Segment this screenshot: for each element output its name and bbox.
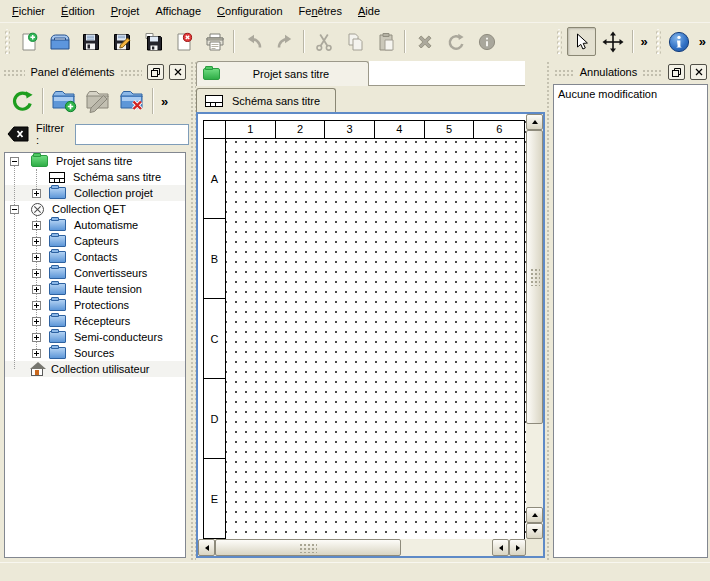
- tree-item[interactable]: Projet sans titre: [5, 153, 185, 169]
- menu-item[interactable]: Aide: [350, 2, 388, 20]
- diagram-sheet-frame: 123456 ABCDE: [203, 120, 525, 539]
- delete-button[interactable]: [411, 28, 438, 55]
- tree-expander-icon[interactable]: [32, 189, 41, 198]
- menu-item[interactable]: Projet: [103, 2, 148, 20]
- select-tool-button[interactable]: [567, 27, 596, 56]
- undo-button[interactable]: [240, 28, 267, 55]
- menu-item[interactable]: Fichier: [4, 2, 53, 20]
- scroll-up-button[interactable]: [526, 114, 543, 130]
- paste-button[interactable]: [372, 28, 399, 55]
- tree-expander-icon[interactable]: [10, 157, 19, 166]
- element-info-button[interactable]: [473, 28, 500, 55]
- print-button[interactable]: [201, 28, 228, 55]
- tree-expander-icon[interactable]: [32, 317, 41, 326]
- tree-expander-icon[interactable]: [32, 349, 41, 358]
- toolbar-drag-handle[interactable]: [655, 29, 661, 54]
- scroll-left-button[interactable]: [492, 539, 509, 556]
- toolbar-overflow-button[interactable]: »: [695, 34, 710, 49]
- left-splitter-handle[interactable]: [189, 60, 196, 562]
- tree-expander-icon[interactable]: [32, 173, 41, 182]
- tree-expander-icon[interactable]: [32, 253, 41, 262]
- vertical-scrollbar-thumb[interactable]: [526, 130, 543, 424]
- close-document-button[interactable]: [170, 28, 197, 55]
- redo-button[interactable]: [271, 28, 298, 55]
- tree-expander-icon[interactable]: [10, 365, 19, 374]
- save-all-button[interactable]: [139, 28, 166, 55]
- dock-float-button[interactable]: [147, 64, 164, 80]
- tree-item-icon: [49, 187, 66, 199]
- tree-item[interactable]: Semi-conducteurs: [5, 329, 185, 345]
- column-header: 5: [425, 121, 475, 138]
- tree-expander-icon[interactable]: [32, 221, 41, 230]
- tree-item[interactable]: Sources: [5, 345, 185, 361]
- menu-item[interactable]: Configuration: [209, 2, 290, 20]
- scroll-down-button[interactable]: [526, 523, 543, 539]
- clear-filter-button[interactable]: [7, 126, 29, 142]
- scroll-left-button[interactable]: [198, 539, 215, 556]
- tree-item[interactable]: Haute tension: [5, 281, 185, 297]
- schema-tab[interactable]: Schéma sans titre: [196, 88, 336, 112]
- reload-collections-button[interactable]: [7, 85, 37, 117]
- scroll-up-button[interactable]: [526, 507, 543, 523]
- panel-overflow-button[interactable]: »: [157, 94, 172, 109]
- tree-expander-icon[interactable]: [32, 333, 41, 342]
- tree-item[interactable]: Contacts: [5, 249, 185, 265]
- tree-item[interactable]: Automatisme: [5, 217, 185, 233]
- save-as-button[interactable]: [108, 28, 135, 55]
- diagram-canvas[interactable]: 123456 ABCDE: [198, 114, 526, 539]
- vertical-scrollbar[interactable]: [526, 114, 543, 539]
- new-document-button[interactable]: [15, 28, 42, 55]
- about-info-button[interactable]: [666, 28, 693, 55]
- undo-dock-titlebar[interactable]: Annulations: [554, 62, 707, 82]
- menu-item[interactable]: Affichage: [147, 2, 209, 20]
- vertical-scrollbar-track[interactable]: [526, 424, 543, 507]
- arrow-right-icon: [516, 545, 520, 551]
- menu-item[interactable]: Édition: [53, 2, 103, 20]
- tree-item[interactable]: Schéma sans titre: [5, 169, 185, 185]
- toolbar-drag-handle[interactable]: [556, 29, 562, 54]
- tree-item[interactable]: Protections: [5, 297, 185, 313]
- status-bar: [0, 562, 710, 581]
- delete-category-button[interactable]: [117, 85, 147, 117]
- new-category-button[interactable]: [49, 85, 79, 117]
- open-project-button[interactable]: [46, 28, 73, 55]
- tree-rows: Projet sans titre Schéma sans titre Coll…: [5, 153, 185, 377]
- tree-item[interactable]: Convertisseurs: [5, 265, 185, 281]
- tree-expander-icon[interactable]: [32, 269, 41, 278]
- undo-history-list[interactable]: Aucune modification: [553, 84, 708, 558]
- dock-float-button[interactable]: [668, 64, 685, 80]
- tree-item[interactable]: Récepteurs: [5, 313, 185, 329]
- cut-button[interactable]: [310, 28, 337, 55]
- copy-icon: [345, 32, 365, 52]
- tree-item[interactable]: Collection projet: [5, 185, 185, 201]
- elements-panel-titlebar[interactable]: Panel d'éléments: [3, 62, 186, 82]
- tree-expander-icon[interactable]: [32, 285, 41, 294]
- print-icon: [204, 32, 226, 52]
- tree-item[interactable]: Capteurs: [5, 233, 185, 249]
- tree-item[interactable]: Collection QET: [5, 201, 185, 217]
- toolbar-drag-handle[interactable]: [4, 29, 10, 54]
- elements-panel-toolbar: »: [0, 82, 189, 120]
- tree-expander-icon[interactable]: [32, 301, 41, 310]
- save-button[interactable]: [77, 28, 104, 55]
- tree-expander-icon[interactable]: [10, 205, 19, 214]
- toolbar-overflow-button[interactable]: »: [637, 34, 652, 49]
- arrow-left-icon: [499, 545, 503, 551]
- menu-item[interactable]: Fenêtres: [291, 2, 350, 20]
- horizontal-scrollbar[interactable]: [198, 539, 526, 556]
- scroll-right-button[interactable]: [509, 539, 526, 556]
- move-tool-button[interactable]: [600, 28, 627, 55]
- filter-input[interactable]: [75, 124, 189, 145]
- horizontal-scrollbar-thumb[interactable]: [215, 539, 401, 556]
- edit-category-button[interactable]: [83, 85, 113, 117]
- tree-expander-icon[interactable]: [32, 237, 41, 246]
- dock-close-button[interactable]: [169, 64, 186, 80]
- dock-close-button[interactable]: [690, 64, 707, 80]
- elements-tree[interactable]: Projet sans titre Schéma sans titre Coll…: [4, 152, 186, 558]
- tree-item[interactable]: Collection utilisateur: [5, 361, 185, 377]
- horizontal-scrollbar-track[interactable]: [401, 539, 492, 556]
- copy-button[interactable]: [341, 28, 368, 55]
- menu-bar: FichierÉditionProjetAffichageConfigurati…: [0, 0, 710, 23]
- project-tab[interactable]: Projet sans titre: [196, 61, 369, 86]
- rotate-button[interactable]: [442, 28, 469, 55]
